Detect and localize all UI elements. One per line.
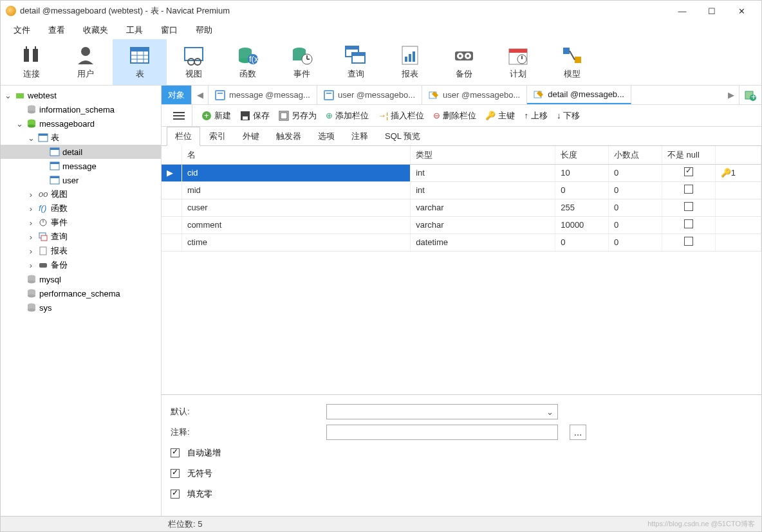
comment-more-button[interactable]: … [570,425,586,440]
tree-item[interactable]: information_schema [1,102,161,116]
subtab[interactable]: SQL 预览 [377,127,428,145]
subtab[interactable]: 索引 [201,127,234,145]
zerofill-checkbox[interactable] [171,490,180,499]
table-row[interactable]: cuser varchar 255 0 [162,199,761,216]
chevron-icon[interactable]: › [26,218,35,228]
comment-input[interactable] [326,425,558,440]
chevron-icon[interactable]: › [26,190,35,199]
tree-item[interactable]: ⌄webtest [1,88,161,102]
tool-view[interactable]: 视图 [167,39,221,85]
tool-function[interactable]: f(x)函数 [221,39,275,85]
tab-object[interactable]: 对象 [162,86,192,104]
main-area: ⌄webtestinformation_schema⌄messageboard⌄… [1,86,761,516]
notnull-checkbox[interactable] [684,185,693,194]
tree-item[interactable]: ›报表 [1,244,161,258]
tab-scroll-left[interactable]: ◀ [192,86,209,104]
notnull-checkbox[interactable] [684,219,693,228]
insert-field-button[interactable]: →¦插入栏位 [378,110,424,122]
maximize-button[interactable]: ☐ [697,1,727,21]
menu-window[interactable]: 窗口 [152,22,187,39]
delete-field-button[interactable]: ⊖删除栏位 [433,110,476,122]
menu-fav[interactable]: 收藏夹 [74,22,117,39]
table-row[interactable]: ▶ cid int 10 0 🔑1 [162,164,761,181]
table-row[interactable]: mid int 0 0 [162,181,761,199]
tool-connect[interactable]: 连接 [5,39,59,85]
tree-item[interactable]: performance_schema [1,286,161,300]
tool-table[interactable]: 表 [113,39,167,85]
editor-tab[interactable]: user @messagebo... [422,86,527,104]
tree-item[interactable]: detail [1,145,161,159]
editor-tab[interactable]: message @messag... [209,86,317,104]
subtab[interactable]: 注释 [344,127,376,145]
save-button[interactable]: 保存 [240,110,270,122]
chevron-icon[interactable]: › [26,261,35,270]
tree-item[interactable]: message [1,159,161,173]
tree-item[interactable]: ›f()函数 [1,201,161,216]
chevron-icon[interactable]: ⌄ [26,133,35,143]
notnull-checkbox[interactable] [684,202,693,211]
chevron-icon[interactable]: › [26,246,35,256]
chevron-icon[interactable]: › [26,204,35,214]
notnull-checkbox[interactable] [684,167,693,176]
col-key[interactable] [715,146,761,164]
tree-item[interactable]: ›oo视图 [1,187,161,201]
fields-grid-scroll[interactable]: 名 类型 长度 小数点 不是 null ▶ cid int 10 0 🔑1 mi… [162,146,761,394]
autoinc-checkbox[interactable] [171,448,180,457]
tree-item[interactable]: ⌄表 [1,131,161,145]
default-select[interactable]: ⌄ [326,404,558,419]
tab-add-icon[interactable]: + [739,86,761,104]
svg-rect-42 [563,48,570,54]
tree-item[interactable]: user [1,173,161,187]
chevron-icon[interactable]: ⌄ [3,91,12,100]
tree-item[interactable]: sys [1,300,161,315]
move-down-button[interactable]: ↓下移 [557,110,581,122]
col-notnull[interactable]: 不是 null [662,146,715,164]
subtab[interactable]: 栏位 [167,127,200,146]
tool-query[interactable]: 查询 [329,39,383,85]
saveas-button[interactable]: 另存为 [279,110,317,122]
minimize-button[interactable]: — [667,1,697,21]
col-type[interactable]: 类型 [411,146,555,164]
tool-user[interactable]: 用户 [59,39,113,85]
editor-tab[interactable]: user @messagebo... [317,86,422,104]
tool-event[interactable]: 事件 [275,39,329,85]
tool-backup[interactable]: 备份 [437,39,491,85]
table-icon [38,133,48,143]
connection-tree[interactable]: ⌄webtestinformation_schema⌄messageboard⌄… [1,86,162,516]
col-name[interactable]: 名 [181,146,410,164]
menu-view[interactable]: 查看 [39,22,74,39]
new-button[interactable]: +新建 [201,110,231,122]
move-up-button[interactable]: ↑上移 [524,110,548,122]
menu-tools[interactable]: 工具 [117,22,152,39]
primary-key-button[interactable]: 🔑主键 [485,110,515,122]
subtab[interactable]: 外键 [235,127,267,145]
tab-scroll-right[interactable]: ▶ [723,86,739,104]
tree-item[interactable]: ›备份 [1,258,161,272]
tree-item[interactable]: ›事件 [1,216,161,230]
menu-help[interactable]: 帮助 [187,22,221,39]
tree-item[interactable]: ›查询 [1,230,161,244]
table-row[interactable]: ctime datetime 0 0 [162,234,761,251]
col-decimals[interactable]: 小数点 [609,146,662,164]
tool-report[interactable]: 报表 [383,39,437,85]
unsigned-checkbox[interactable] [171,469,180,478]
tool-plan[interactable]: 计划 [491,39,545,85]
chevron-icon[interactable]: › [26,232,35,242]
editor-tab[interactable]: detail @messageb... [527,86,631,104]
menu-icon[interactable] [165,105,192,126]
tree-item[interactable]: mysql [1,272,161,286]
subtab[interactable]: 选项 [310,127,342,145]
svg-rect-28 [352,53,365,56]
add-field-button[interactable]: ⊕添加栏位 [326,110,369,122]
chevron-icon[interactable]: ⌄ [15,119,24,129]
tool-model[interactable]: 模型 [545,39,599,85]
menu-file[interactable]: 文件 [5,22,39,39]
svg-text:f(): f() [39,204,46,213]
tree-item[interactable]: ⌄messageboard [1,116,161,131]
close-button[interactable]: ✕ [727,1,756,21]
col-length[interactable]: 长度 [555,146,609,164]
status-watermark: https://blog.csdn.ne @51CTO博客 [647,519,755,529]
subtab[interactable]: 触发器 [268,127,309,145]
table-row[interactable]: comment varchar 10000 0 [162,216,761,234]
notnull-checkbox[interactable] [684,237,693,246]
